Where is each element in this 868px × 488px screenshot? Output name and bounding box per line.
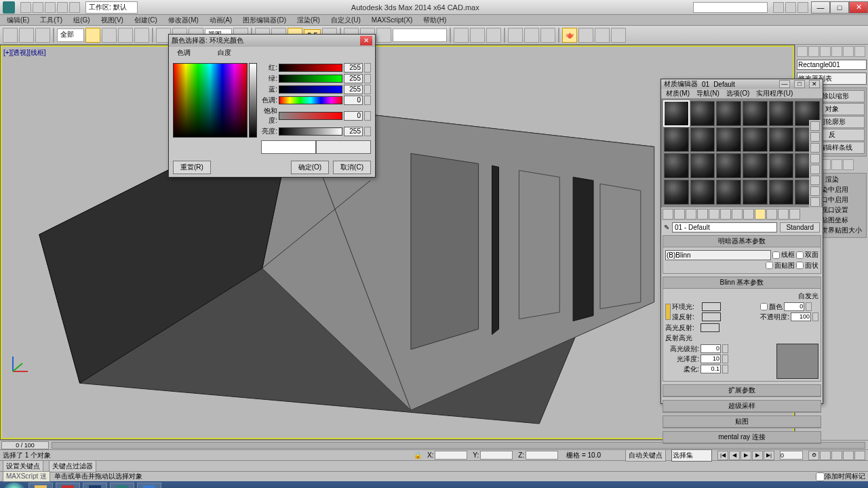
tab-hierarchy-icon[interactable] [820, 46, 831, 57]
color-cancel-button[interactable]: 取消(C) [333, 161, 371, 174]
viewport-label[interactable]: [+][透视][线框] [3, 48, 46, 58]
mat-slot[interactable] [743, 180, 768, 205]
selection-filter-dropdown[interactable]: 全部 [57, 28, 84, 42]
mat-slot[interactable] [743, 127, 768, 152]
mat-menu-opt[interactable]: 选项(O) [724, 89, 752, 98]
task-explorer[interactable] [28, 483, 53, 488]
tab-utilities-icon[interactable] [854, 46, 865, 57]
tab-motion-icon[interactable] [831, 46, 842, 57]
task-photoshop[interactable] [83, 483, 107, 488]
maxscript-mini[interactable]: MAXScript 迷 [3, 471, 50, 482]
assign-sel-icon[interactable] [686, 209, 696, 220]
rollout-ext-hdr[interactable]: 扩展参数 [663, 385, 821, 396]
put-library-icon[interactable] [732, 209, 743, 220]
tab-create-icon[interactable] [797, 46, 808, 57]
hue-sat-field[interactable] [173, 63, 248, 138]
mat-menu-material[interactable]: 材质(M) [663, 89, 692, 98]
mat-slot[interactable] [664, 180, 689, 205]
next-frame-icon[interactable]: ▶ [752, 451, 763, 460]
put-scene-icon[interactable] [674, 209, 685, 220]
unlink-icon[interactable] [19, 28, 34, 43]
soften-value[interactable]: 0.1 [701, 365, 721, 373]
mat-max-button[interactable]: □ [794, 80, 805, 88]
color-ok-button[interactable]: 确定(O) [291, 161, 329, 174]
mat-menu-nav[interactable]: 导航(N) [694, 89, 722, 98]
red-value[interactable]: 255 [344, 63, 363, 73]
menu-edit[interactable]: 编辑(E) [3, 16, 33, 25]
nav-max-icon[interactable] [854, 451, 865, 460]
hue-spinner[interactable] [364, 96, 371, 105]
green-spinner[interactable] [364, 74, 371, 83]
tab-display-icon[interactable] [843, 46, 854, 57]
task-browser[interactable] [137, 483, 161, 488]
color-reset-button[interactable]: 重置(R) [173, 161, 211, 174]
value-slider[interactable] [249, 63, 257, 138]
ambient-swatch[interactable] [702, 302, 721, 311]
cb-selfillum-color[interactable] [760, 303, 768, 310]
cb-faceted[interactable] [796, 262, 804, 269]
menu-graph[interactable]: 图形编辑器(D) [239, 16, 290, 25]
task-autocad[interactable] [56, 483, 80, 488]
mat-slot[interactable] [716, 127, 741, 152]
prev-frame-icon[interactable]: ◀ [729, 451, 740, 460]
go-parent-icon[interactable] [778, 209, 789, 220]
sample-uv-icon[interactable] [810, 154, 820, 163]
color-dialog-close[interactable]: ✕ [360, 36, 372, 45]
autokey-button[interactable]: 自动关键点 [625, 449, 666, 462]
frame-indicator[interactable]: 0 / 100 [1, 441, 49, 449]
show-end-icon[interactable] [766, 209, 777, 220]
make-copy-icon[interactable] [709, 209, 719, 220]
red-slider[interactable] [279, 64, 342, 72]
material-type-button[interactable]: Standard [780, 222, 820, 232]
mat-slot[interactable] [769, 153, 794, 178]
val-value[interactable]: 255 [344, 127, 363, 136]
mat-slot[interactable] [664, 127, 689, 152]
sat-spinner[interactable] [364, 111, 371, 121]
menu-group[interactable]: 组(G) [69, 16, 94, 25]
reset-map-icon[interactable] [697, 209, 708, 220]
minimize-button[interactable]: — [811, 1, 830, 14]
mat-min-button[interactable]: — [779, 80, 790, 88]
menu-render[interactable]: 渲染(R) [293, 16, 324, 25]
cb-facemap[interactable] [766, 262, 773, 269]
rollout-ss-hdr[interactable]: 超级采样 [663, 401, 821, 412]
hue-value[interactable]: 0 [344, 96, 363, 105]
mat-id-icon[interactable] [743, 209, 754, 220]
mat-slot[interactable] [690, 180, 715, 205]
sat-slider[interactable] [279, 112, 342, 120]
specular-swatch[interactable] [701, 323, 719, 332]
named-selset-dropdown[interactable] [393, 28, 447, 42]
align-icon[interactable] [376, 28, 391, 43]
rollout-shader-hdr[interactable]: 明暗器基本参数 [663, 236, 821, 247]
menu-views[interactable]: 视图(V) [97, 16, 127, 25]
blue-spinner[interactable] [364, 85, 371, 94]
hue-slider[interactable] [279, 96, 342, 104]
nav-pan-icon[interactable] [820, 451, 831, 460]
render-prod-icon[interactable]: 🫖 [562, 28, 577, 43]
select-name-icon[interactable] [102, 28, 117, 43]
background-icon[interactable] [810, 143, 820, 152]
nav-orbit-icon[interactable] [843, 451, 854, 460]
mat-slot[interactable] [664, 153, 689, 178]
exchange-icon[interactable] [785, 2, 796, 13]
current-frame-input[interactable] [780, 451, 803, 460]
mat-slot[interactable] [690, 127, 715, 152]
window-crossing-icon[interactable] [134, 28, 149, 43]
redo-icon[interactable] [69, 2, 80, 13]
mat-slot[interactable] [769, 127, 794, 152]
sat-value[interactable]: 0 [344, 111, 363, 121]
tab-whiteness[interactable]: 白度 [218, 48, 231, 58]
schematic-icon[interactable] [486, 28, 501, 43]
menu-modifiers[interactable]: 修改器(M) [164, 16, 203, 25]
keyfilter-button[interactable]: 关键点过滤器 [49, 460, 96, 472]
options-icon[interactable] [810, 186, 820, 196]
addtime-cb[interactable] [816, 472, 825, 481]
play-icon[interactable]: ▶ [741, 451, 751, 460]
mat-slot[interactable] [769, 180, 794, 205]
signin-icon[interactable] [773, 2, 784, 13]
select-by-mat-icon[interactable] [810, 197, 820, 207]
get-material-icon[interactable] [663, 209, 673, 220]
start-button[interactable] [3, 483, 26, 488]
green-value[interactable]: 255 [344, 74, 363, 83]
mat-slot[interactable] [716, 153, 741, 178]
